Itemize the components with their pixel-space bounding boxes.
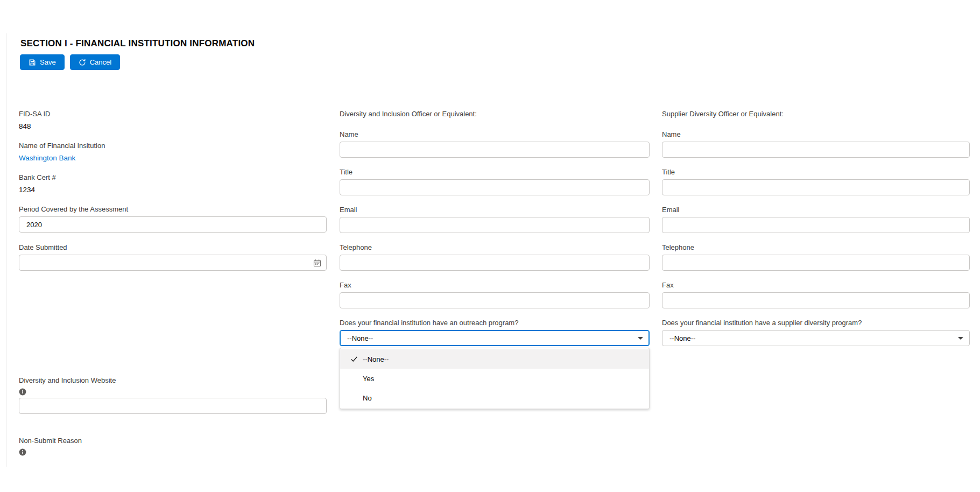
outreach-program-value: --None-- bbox=[347, 334, 373, 342]
sdo-email-field: Email bbox=[662, 206, 970, 233]
chevron-down-icon bbox=[958, 337, 963, 340]
outreach-program-label: Does your financial institution have an … bbox=[340, 319, 650, 327]
chevron-down-icon bbox=[638, 337, 643, 340]
dio-fax-field: Fax bbox=[340, 281, 650, 308]
info-icon[interactable] bbox=[19, 388, 26, 396]
save-button-label: Save bbox=[40, 58, 56, 66]
sdo-section-header: Supplier Diversity Officer or Equivalent… bbox=[662, 110, 970, 118]
dio-fax-label: Fax bbox=[340, 281, 650, 290]
dropdown-option-no[interactable]: No bbox=[340, 388, 649, 407]
left-column: FID-SA ID 848 Name of Financial Insituti… bbox=[19, 110, 327, 458]
cancel-button-label: Cancel bbox=[90, 58, 111, 66]
sdo-fax-input[interactable] bbox=[662, 292, 970, 308]
dropdown-option-label: Yes bbox=[363, 375, 374, 383]
dio-email-input[interactable] bbox=[340, 217, 650, 233]
info-icon[interactable] bbox=[19, 448, 26, 456]
dio-telephone-input[interactable] bbox=[340, 255, 650, 271]
date-submitted-field: Date Submitted bbox=[19, 243, 327, 271]
bank-cert-value: 1234 bbox=[19, 185, 327, 195]
dio-telephone-field: Telephone bbox=[340, 243, 650, 271]
sdo-email-input[interactable] bbox=[662, 217, 970, 233]
outreach-program-dropdown: --None-- Yes No bbox=[340, 348, 650, 409]
period-covered-field: Period Covered by the Assessment bbox=[19, 205, 327, 233]
sdo-telephone-field: Telephone bbox=[662, 243, 970, 271]
diversity-website-field: Diversity and Inclusion Website bbox=[19, 376, 327, 414]
supplier-diversity-program-combobox[interactable]: --None-- bbox=[662, 330, 970, 346]
dio-name-input[interactable] bbox=[340, 142, 650, 158]
sdo-title-input[interactable] bbox=[662, 179, 970, 195]
dio-fax-input[interactable] bbox=[340, 292, 650, 308]
content-left-border bbox=[6, 33, 6, 467]
dropdown-option-none[interactable]: --None-- bbox=[340, 349, 649, 369]
calendar-icon[interactable] bbox=[313, 259, 321, 269]
dio-telephone-label: Telephone bbox=[340, 243, 650, 252]
middle-column: Diversity and Inclusion Officer or Equiv… bbox=[340, 110, 650, 356]
sdo-title-label: Title bbox=[662, 168, 970, 177]
sdo-telephone-label: Telephone bbox=[662, 243, 970, 252]
date-submitted-input[interactable] bbox=[19, 255, 327, 271]
supplier-diversity-program-field: Does your financial institution have a s… bbox=[662, 319, 970, 346]
supplier-diversity-program-label: Does your financial institution have a s… bbox=[662, 319, 970, 327]
non-submit-reason-field: Non-Submit Reason bbox=[19, 437, 327, 458]
date-submitted-label: Date Submitted bbox=[19, 243, 327, 252]
diversity-website-input[interactable] bbox=[19, 398, 327, 414]
cancel-button[interactable]: Cancel bbox=[70, 54, 120, 70]
institution-name-label: Name of Financial Insitution bbox=[19, 142, 327, 150]
undo-icon bbox=[79, 59, 86, 66]
right-column: Supplier Diversity Officer or Equivalent… bbox=[662, 110, 970, 356]
sdo-telephone-input[interactable] bbox=[662, 255, 970, 271]
non-submit-reason-label: Non-Submit Reason bbox=[19, 437, 327, 445]
outreach-program-field: Does your financial institution have an … bbox=[340, 319, 650, 346]
sdo-fax-label: Fax bbox=[662, 281, 970, 290]
sdo-name-label: Name bbox=[662, 130, 970, 139]
outreach-program-combobox[interactable]: --None-- bbox=[340, 330, 650, 346]
dio-title-field: Title bbox=[340, 168, 650, 195]
diversity-website-label: Diversity and Inclusion Website bbox=[19, 376, 327, 385]
bank-cert-field: Bank Cert # 1234 bbox=[19, 173, 327, 195]
fid-sa-id-label: FID-SA ID bbox=[19, 110, 327, 118]
sdo-title-field: Title bbox=[662, 168, 970, 195]
sdo-name-input[interactable] bbox=[662, 142, 970, 158]
toolbar: Save Cancel bbox=[20, 54, 120, 70]
bank-cert-label: Bank Cert # bbox=[19, 173, 327, 182]
fid-sa-id-field: FID-SA ID 848 bbox=[19, 110, 327, 132]
period-covered-label: Period Covered by the Assessment bbox=[19, 205, 327, 214]
sdo-fax-field: Fax bbox=[662, 281, 970, 308]
dio-title-input[interactable] bbox=[340, 179, 650, 195]
period-covered-input[interactable] bbox=[19, 216, 327, 233]
save-button[interactable]: Save bbox=[20, 54, 65, 70]
dio-email-label: Email bbox=[340, 206, 650, 214]
institution-name-link[interactable]: Washington Bank bbox=[19, 154, 75, 162]
check-icon bbox=[350, 355, 358, 363]
save-icon bbox=[29, 59, 36, 66]
dio-section-header: Diversity and Inclusion Officer or Equiv… bbox=[340, 110, 650, 118]
supplier-diversity-program-value: --None-- bbox=[669, 334, 695, 342]
dropdown-option-label: No bbox=[363, 394, 372, 402]
sdo-email-label: Email bbox=[662, 206, 970, 214]
dio-email-field: Email bbox=[340, 206, 650, 233]
dio-name-field: Name bbox=[340, 130, 650, 158]
page-title: SECTION I - FINANCIAL INSTITUTION INFORM… bbox=[20, 38, 255, 49]
dio-name-label: Name bbox=[340, 130, 650, 139]
fid-sa-id-value: 848 bbox=[19, 121, 327, 132]
institution-name-field: Name of Financial Insitution Washington … bbox=[19, 142, 327, 164]
sdo-name-field: Name bbox=[662, 130, 970, 158]
dropdown-option-yes[interactable]: Yes bbox=[340, 369, 649, 388]
dropdown-option-label: --None-- bbox=[363, 355, 389, 363]
dio-title-label: Title bbox=[340, 168, 650, 177]
